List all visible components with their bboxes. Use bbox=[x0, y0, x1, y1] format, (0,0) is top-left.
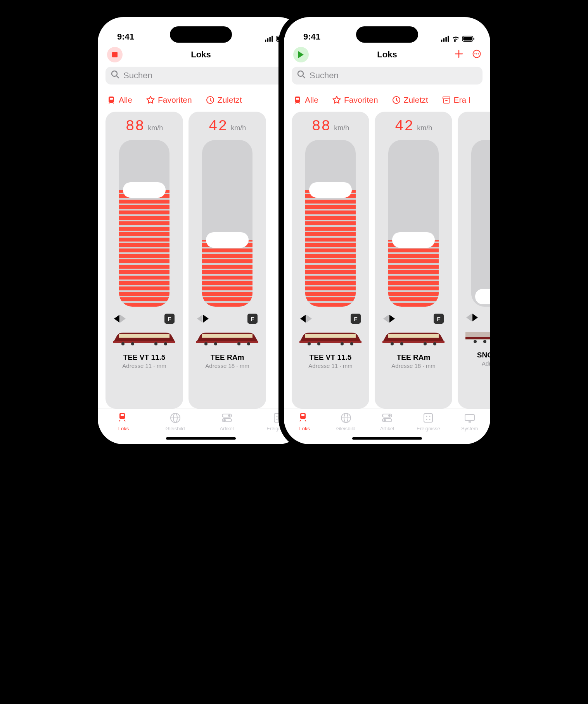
home-indicator[interactable] bbox=[352, 437, 422, 440]
tab-label: Artikel bbox=[380, 426, 394, 431]
tab-loks[interactable]: Loks bbox=[287, 412, 322, 444]
phone-frame-left: 9:41 Loks Suchen AlleFavoritenZuletzt 88… bbox=[92, 12, 310, 450]
locomotive-name: SNCF CC 4 bbox=[477, 351, 490, 359]
search-icon bbox=[111, 70, 119, 81]
locomotive-card[interactable]: 0 SNCF CC 4 Adresse 26 bbox=[458, 112, 490, 409]
wifi-icon bbox=[452, 36, 459, 42]
status-time: 9:41 bbox=[117, 32, 134, 42]
arrow-left-icon bbox=[197, 315, 202, 323]
search-input[interactable]: Suchen bbox=[292, 67, 483, 85]
function-button[interactable]: F bbox=[164, 314, 175, 324]
direction-toggle[interactable] bbox=[383, 315, 395, 323]
filter-bar: AlleFavoritenZuletztEra I bbox=[284, 88, 490, 112]
speed-value: 42 bbox=[209, 118, 228, 135]
slider-thumb[interactable] bbox=[206, 232, 249, 248]
search-placeholder: Suchen bbox=[310, 71, 339, 81]
tab-label: System bbox=[461, 426, 478, 431]
toggles-icon bbox=[381, 412, 393, 425]
tab-system[interactable]: System bbox=[452, 412, 487, 444]
filter-favoriten[interactable]: Favoriten bbox=[332, 95, 378, 105]
locomotive-meta: Adresse 11 · mm bbox=[122, 362, 166, 369]
speed-unit: km/h bbox=[334, 124, 349, 132]
arrow-right-icon bbox=[306, 315, 312, 323]
nav-bar: Loks bbox=[98, 43, 304, 67]
locomotive-name: TEE RAm bbox=[211, 353, 244, 362]
function-button[interactable]: F bbox=[351, 314, 361, 324]
events-icon bbox=[422, 412, 434, 425]
phone-frame-right: 9:41 Loks Suchen AlleFavoritenZuletztEra… bbox=[278, 12, 496, 450]
signal-icon bbox=[441, 36, 449, 42]
locomotive-list[interactable]: 88 km/h F TEE VT 11.5 Adresse 11 · mm 42 bbox=[98, 112, 304, 409]
speed-slider[interactable] bbox=[202, 140, 252, 307]
speed-slider[interactable] bbox=[119, 140, 169, 307]
direction-toggle[interactable] bbox=[466, 314, 478, 321]
tab-label: Ereignisse bbox=[417, 426, 440, 431]
speed-slider[interactable] bbox=[388, 140, 439, 307]
locomotive-image bbox=[194, 330, 260, 347]
locomotive-image bbox=[297, 330, 363, 347]
speed-slider[interactable] bbox=[305, 140, 356, 307]
function-button[interactable]: F bbox=[247, 314, 258, 324]
function-button[interactable]: F bbox=[434, 314, 444, 324]
filter-label: Alle bbox=[119, 95, 132, 105]
search-placeholder: Suchen bbox=[123, 71, 152, 81]
more-button[interactable] bbox=[472, 50, 481, 60]
filter-zuletzt[interactable]: Zuletzt bbox=[392, 95, 428, 105]
speed-value: 42 bbox=[395, 118, 414, 135]
locomotive-name: TEE RAm bbox=[397, 353, 431, 362]
locomotive-name: TEE VT 11.5 bbox=[123, 353, 166, 362]
stop-button[interactable] bbox=[107, 47, 123, 62]
locomotive-image bbox=[380, 330, 446, 347]
tab-label: Artikel bbox=[220, 426, 233, 431]
tab-label: Gleisbild bbox=[166, 426, 185, 431]
locomotive-card[interactable]: 88 km/h F TEE VT 11.5 Adresse 11 · mm bbox=[292, 112, 369, 409]
arrow-right-icon bbox=[472, 314, 478, 321]
tab-loks[interactable]: Loks bbox=[106, 412, 141, 444]
locomotive-card[interactable]: 42 km/h F TEE RAm Adresse 18 · mm bbox=[189, 112, 266, 409]
search-icon bbox=[297, 70, 306, 81]
filter-label: Era I bbox=[454, 95, 471, 105]
filter-label: Zuletzt bbox=[404, 95, 428, 105]
search-input[interactable]: Suchen bbox=[105, 67, 296, 85]
filter-favoriten[interactable]: Favoriten bbox=[146, 95, 192, 105]
play-button[interactable] bbox=[293, 47, 309, 62]
arrow-left-icon bbox=[466, 314, 472, 321]
filter-alle[interactable]: Alle bbox=[107, 95, 132, 105]
globe-icon bbox=[169, 412, 182, 425]
direction-toggle[interactable] bbox=[197, 315, 209, 323]
arrow-right-icon bbox=[389, 315, 395, 323]
home-indicator[interactable] bbox=[166, 437, 236, 440]
direction-toggle[interactable] bbox=[300, 315, 312, 323]
slider-thumb[interactable] bbox=[123, 182, 166, 198]
locomotive-list[interactable]: 88 km/h F TEE VT 11.5 Adresse 11 · mm 42 bbox=[284, 112, 490, 409]
dynamic-island bbox=[356, 26, 418, 43]
signal-icon bbox=[265, 36, 273, 42]
add-button[interactable] bbox=[455, 50, 463, 60]
dynamic-island bbox=[170, 26, 232, 43]
tab-label: Loks bbox=[118, 426, 129, 431]
filter-alle[interactable]: Alle bbox=[293, 95, 318, 105]
locomotive-card[interactable]: 88 km/h F TEE VT 11.5 Adresse 11 · mm bbox=[105, 112, 183, 409]
speed-value: 88 bbox=[126, 118, 145, 135]
locomotive-meta: Adresse 18 · mm bbox=[205, 362, 249, 369]
filter-era i[interactable]: Era I bbox=[442, 95, 471, 105]
filter-zuletzt[interactable]: Zuletzt bbox=[206, 95, 242, 105]
locomotive-card[interactable]: 42 km/h F TEE RAm Adresse 18 · mm bbox=[375, 112, 452, 409]
slider-thumb[interactable] bbox=[475, 289, 490, 304]
filter-label: Favoriten bbox=[344, 95, 378, 105]
locomotive-image bbox=[463, 328, 490, 345]
locomotive-meta: Adresse 26 bbox=[482, 360, 490, 367]
globe-icon bbox=[340, 412, 352, 425]
slider-thumb[interactable] bbox=[392, 232, 435, 248]
locomotive-meta: Adresse 11 · mm bbox=[308, 362, 352, 369]
direction-toggle[interactable] bbox=[114, 315, 126, 323]
locomotive-image bbox=[111, 330, 177, 347]
locomotive-name: TEE VT 11.5 bbox=[310, 353, 352, 362]
status-time: 9:41 bbox=[303, 32, 320, 42]
filter-label: Alle bbox=[305, 95, 318, 105]
arrow-left-icon bbox=[300, 315, 306, 323]
slider-thumb[interactable] bbox=[309, 182, 352, 198]
speed-slider[interactable] bbox=[471, 140, 490, 307]
train-icon bbox=[118, 412, 130, 425]
page-title: Loks bbox=[98, 50, 304, 60]
